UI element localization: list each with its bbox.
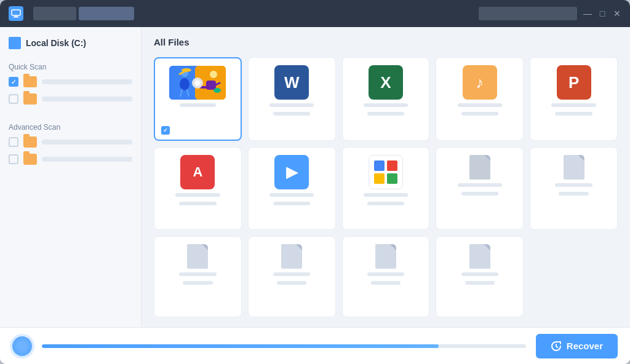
pdf-icon: A — [180, 155, 215, 189]
file-name-bar-2 — [371, 281, 401, 285]
checkbox-1[interactable] — [9, 77, 18, 87]
file-name-bar — [364, 103, 408, 107]
content-title: All Files — [154, 37, 618, 47]
blank-file-icon-3 — [281, 244, 302, 269]
title-tab-1[interactable] — [33, 7, 76, 20]
file-card-word[interactable]: W — [248, 57, 336, 141]
advanced-scan-item-1[interactable] — [9, 136, 132, 148]
file-name-bar-2 — [179, 202, 216, 205]
title-bar-right: — □ ✕ — [479, 7, 621, 20]
file-name-bar — [367, 272, 404, 276]
file-card-pdf[interactable]: A — [154, 147, 242, 231]
svg-point-15 — [213, 88, 221, 93]
file-card-unknown[interactable] — [436, 147, 524, 231]
app-icon — [9, 6, 23, 21]
title-search-bar — [479, 7, 577, 20]
file-name-bar-2 — [555, 112, 592, 116]
file-card-blank-2[interactable] — [154, 236, 242, 317]
excel-icon: X — [369, 65, 403, 100]
blank-file-icon-1 — [564, 155, 584, 180]
title-tab-2[interactable] — [79, 7, 134, 20]
file-name-bar-2 — [367, 202, 404, 205]
file-card-excel[interactable]: X — [342, 57, 430, 141]
item-bar-1 — [42, 79, 132, 84]
drive-label: Local Disk (C:) — [26, 38, 86, 48]
sidebar: Local Disk (C:) Quick Scan Advance — [0, 27, 142, 327]
file-name-bar — [175, 193, 220, 197]
folder-icon-1 — [23, 76, 37, 87]
file-name-bar — [458, 183, 502, 187]
file-card-blank-1[interactable] — [530, 147, 618, 231]
checkbox-2[interactable] — [9, 94, 18, 104]
music-icon: ♪ — [463, 65, 497, 100]
quick-scan-item-2[interactable] — [9, 93, 132, 105]
app-window: — □ ✕ Local Disk (C:) Quick Scan — [0, 0, 630, 364]
file-name-bar — [180, 103, 216, 107]
file-name-bar — [461, 272, 498, 276]
maximize-button[interactable]: □ — [598, 9, 607, 18]
file-name-bar-2 — [465, 281, 495, 285]
word-letter: W — [284, 73, 300, 92]
file-name-bar — [179, 272, 216, 276]
google-cell-blue — [374, 160, 385, 171]
file-name-bar-2 — [461, 192, 498, 196]
bottom-bar: Recover — [0, 327, 630, 364]
quick-scan-section: Quick Scan — [9, 60, 132, 111]
checkbox-4[interactable] — [9, 154, 18, 164]
file-name-bar — [555, 183, 592, 187]
progress-dot — [12, 336, 32, 356]
file-name-bar-2 — [273, 112, 310, 116]
file-card-music[interactable]: ♪ — [436, 57, 524, 141]
item-bar-4 — [42, 157, 132, 162]
file-name-bar — [273, 272, 310, 276]
svg-point-7 — [181, 68, 191, 72]
video-icon: ▶ — [274, 155, 309, 189]
file-name-bar-2 — [277, 281, 306, 285]
file-card-blank-4[interactable] — [342, 236, 430, 317]
video-play: ▶ — [286, 164, 297, 181]
file-name-bar — [551, 103, 596, 107]
file-name-bar-2 — [273, 202, 310, 205]
word-icon: W — [274, 65, 309, 100]
title-tabs — [33, 7, 134, 20]
file-name-bar — [364, 193, 408, 197]
quick-scan-item-1[interactable] — [9, 76, 132, 87]
checkbox-3[interactable] — [9, 137, 18, 147]
pdf-letter: A — [193, 164, 202, 180]
file-name-bar — [269, 193, 314, 197]
close-button[interactable]: ✕ — [613, 9, 621, 18]
folder-icon-2 — [23, 93, 37, 105]
file-selected-checkbox[interactable] — [161, 126, 170, 135]
music-letter: ♪ — [476, 73, 484, 92]
file-card-double-image[interactable] — [154, 57, 242, 141]
blank-file-icon-4 — [375, 244, 396, 269]
overlap-circle — [192, 77, 203, 89]
svg-point-11 — [210, 71, 217, 78]
files-grid: W X ♪ — [154, 57, 618, 317]
file-name-bar — [458, 103, 502, 107]
drive-icon — [9, 37, 21, 49]
excel-letter: X — [380, 73, 391, 92]
blank-file-icon-5 — [469, 244, 490, 269]
file-card-video[interactable]: ▶ — [248, 147, 336, 231]
svg-point-5 — [180, 78, 189, 90]
google-cell-yellow — [374, 173, 385, 184]
ppt-icon: P — [557, 65, 591, 100]
sidebar-drive[interactable]: Local Disk (C:) — [9, 37, 132, 49]
minimize-button[interactable]: — — [583, 9, 592, 18]
file-card-google[interactable] — [342, 147, 430, 231]
folder-icon-3 — [23, 136, 37, 148]
file-card-ppt[interactable]: P — [530, 57, 618, 141]
progress-track — [42, 344, 526, 348]
blank-file-icon-2 — [187, 244, 208, 269]
advanced-scan-label: Advanced Scan — [9, 123, 132, 132]
file-name-bar-2 — [183, 281, 212, 285]
recover-button[interactable]: Recover — [536, 334, 618, 358]
svg-rect-14 — [206, 81, 216, 90]
title-bar-left — [9, 6, 134, 21]
double-images — [161, 66, 234, 100]
advanced-scan-item-2[interactable] — [9, 154, 132, 165]
file-card-blank-3[interactable] — [248, 236, 336, 317]
file-card-blank-5[interactable] — [436, 236, 524, 317]
ppt-letter: P — [568, 73, 579, 92]
